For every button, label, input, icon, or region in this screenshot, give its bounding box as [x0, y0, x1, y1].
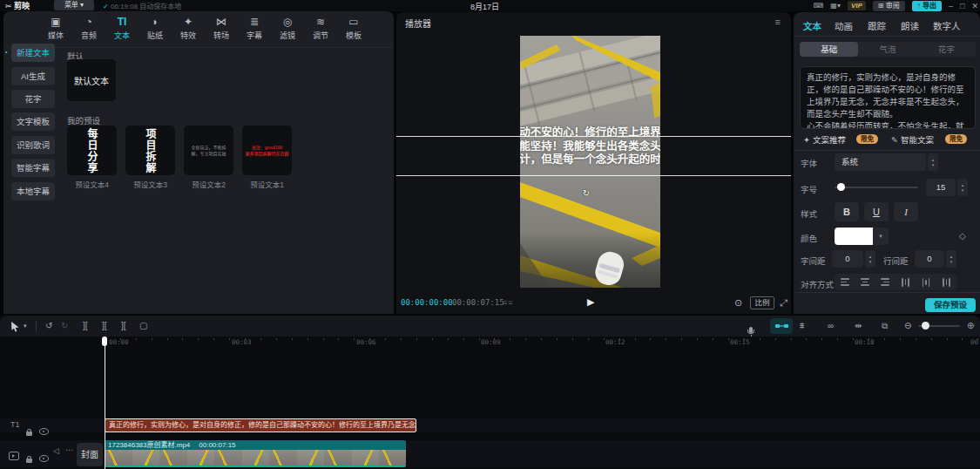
subtab-fancy[interactable]: 花字 — [917, 42, 976, 57]
default-text-card[interactable]: 默认文本 — [67, 59, 116, 101]
inspector-tab-text[interactable]: 文本 — [803, 19, 821, 32]
tab-captions[interactable]: ≣字幕 — [238, 11, 271, 47]
text-track-lock-icon[interactable] — [26, 424, 32, 439]
sidebar-item-ai-generate[interactable]: AI生成 — [11, 67, 55, 85]
split-left-icon[interactable]: ][ — [102, 320, 107, 332]
align-center-icon[interactable] — [855, 274, 875, 290]
undo-icon[interactable]: ↺ — [45, 320, 52, 332]
minimize-button[interactable]: – — [949, 2, 953, 10]
font-size-slider-handle[interactable] — [837, 183, 845, 191]
link-toggle-icon[interactable]: ∞ — [828, 320, 834, 332]
preset-card-1[interactable]: 关注：good100更多项目拆解尽在社群 — [242, 126, 292, 175]
preset-card-4[interactable]: 每日分享 — [67, 126, 117, 175]
vip-badge[interactable]: VIP — [848, 1, 866, 10]
aspect-ratio-button[interactable]: 比例 — [750, 296, 774, 309]
eyedropper-diamond-icon[interactable]: ◇ — [959, 231, 966, 241]
split-right-icon[interactable]: ][ — [121, 320, 126, 332]
video-clip[interactable]: 1723846383原创素材.mp4 00:00:07:15 — [105, 440, 406, 467]
preview-axis-icon[interactable]: ⇹ — [855, 320, 862, 332]
delete-icon[interactable]: ▢ — [139, 320, 147, 332]
select-tool-chevron-icon[interactable]: ▾ — [24, 320, 27, 332]
fullscreen-icon[interactable]: ⤢ — [780, 297, 787, 309]
export-button[interactable]: ↑ 导出 — [912, 1, 942, 11]
italic-button[interactable]: I — [894, 202, 918, 221]
letter-spacing-stepper[interactable]: ▴▾ — [865, 250, 875, 268]
preset-card-3[interactable]: 项目拆解 — [125, 126, 175, 175]
video-track-mute-icon[interactable]: ◁ — [53, 446, 59, 455]
font-size-stepper[interactable]: ▴▾ — [957, 179, 968, 196]
align-left-icon[interactable] — [835, 274, 855, 290]
letter-spacing-value[interactable]: 0 — [832, 250, 863, 268]
tab-transitions[interactable]: ⋈转场 — [205, 11, 238, 47]
align-vertical-bottom-icon[interactable] — [936, 274, 956, 290]
tab-text[interactable]: TI文本 — [105, 11, 139, 47]
video-track-lock-icon[interactable] — [26, 451, 32, 466]
bold-button[interactable]: B — [835, 202, 859, 221]
font-stepper[interactable]: ▴▾ — [928, 153, 938, 171]
tab-audio[interactable]: ◔音频 — [72, 11, 105, 47]
video-track-more-icon[interactable]: ⋯ — [65, 445, 73, 454]
tab-effects[interactable]: ✦特效 — [172, 11, 205, 47]
copy-recommend-button[interactable]: ✦文案推荐 — [803, 133, 846, 146]
inspector-tab-digital-human[interactable]: 数字人 — [933, 19, 961, 32]
tab-adjust[interactable]: ≋调节 — [304, 11, 337, 47]
zoom-out-icon[interactable]: ⊖ — [904, 320, 911, 332]
inspector-tab-tracking[interactable]: 跟踪 — [868, 19, 886, 32]
text-clip[interactable]: 真正的修行，实则为修心，是对自身的修正，修的是自己那躁动不安的心！修行的至上境界… — [105, 418, 416, 432]
subtab-bubble[interactable]: 气泡 — [858, 42, 916, 57]
tab-media[interactable]: ▣媒体 — [39, 11, 72, 47]
review-button[interactable]: ⊞ 审阅 — [873, 1, 905, 11]
frame-focus-icon[interactable]: ⊙ — [734, 297, 742, 309]
screen-preview-icon[interactable]: ⧉ — [882, 320, 888, 332]
playhead-handle[interactable] — [102, 336, 107, 346]
sidebar-item-new-text[interactable]: 新建文本 — [11, 44, 55, 62]
menu-button[interactable]: 菜单 ▾ — [54, 0, 94, 10]
playhead-line[interactable] — [105, 336, 105, 469]
player-menu-icon[interactable]: ≡ — [775, 17, 781, 27]
record-audio-icon[interactable] — [749, 321, 753, 336]
caption-list-icon[interactable]: ≡≡ — [503, 298, 514, 307]
subtab-basic[interactable]: 基础 — [800, 42, 858, 57]
align-vertical-top-icon[interactable] — [896, 274, 916, 290]
line-spacing-stepper[interactable]: ▴▾ — [946, 250, 956, 268]
save-preset-button[interactable]: 保存预设 — [925, 298, 976, 312]
color-dropdown[interactable]: ▾ — [873, 228, 889, 245]
maximize-button[interactable]: □ — [960, 2, 964, 10]
timeline-zoom-handle[interactable] — [922, 322, 929, 330]
rotate-handle-icon[interactable]: ↻ — [580, 187, 592, 200]
inspector-tab-read-aloud[interactable]: 朗读 — [901, 19, 919, 32]
play-button[interactable]: ▶ — [587, 296, 594, 308]
video-track-visibility-icon[interactable] — [39, 450, 49, 466]
shortcut-keyboard-icon[interactable]: ⌨ — [814, 2, 824, 10]
tab-templates[interactable]: ▭模板 — [337, 11, 370, 47]
adsorb-toggle-icon[interactable]: ⩨ — [800, 320, 805, 332]
preset-card-2[interactable]: 全新玩法，不断拆解，专注项目实操 — [184, 126, 233, 175]
split-icon[interactable]: ][ — [83, 320, 88, 332]
text-content-input[interactable]: 真正的修行，实则为修心，是对自身的修正，修的是自己那躁动不安的心！修行的至上境界… — [800, 66, 976, 129]
color-swatch[interactable] — [835, 228, 873, 245]
line-spacing-value[interactable]: 0 — [915, 250, 944, 268]
video-preview[interactable]: 动不安的心！修行的至上境界 能坚持！我能够生出各类念头 计，但是每一个念头升起的… — [520, 36, 660, 288]
select-tool-icon[interactable] — [10, 320, 20, 336]
sidebar-item-lyrics-recognition[interactable]: 识别歌词 — [11, 136, 55, 154]
tab-filters[interactable]: ◎滤镜 — [271, 11, 304, 47]
underline-button[interactable]: U — [864, 202, 889, 221]
redo-icon[interactable]: ↻ — [61, 320, 68, 332]
text-track-visibility-icon[interactable] — [39, 423, 49, 438]
sidebar-item-auto-captions[interactable]: 智能字幕 — [11, 159, 55, 177]
close-button[interactable]: ✕ — [971, 2, 978, 10]
font-size-value[interactable]: 15 — [926, 179, 956, 196]
sidebar-item-fancy-text[interactable]: 花字 — [11, 90, 55, 108]
sidebar-item-text-templates[interactable]: 文字模板 — [11, 112, 55, 131]
font-size-slider-track[interactable] — [835, 187, 918, 188]
tab-sticker[interactable]: ◗贴纸 — [139, 11, 172, 47]
video-text-overlay[interactable]: 动不安的心！修行的至上境界 能坚持！我能够生出各类念头 计，但是每一个念头升起的… — [520, 126, 660, 167]
cover-button[interactable]: 封面 — [77, 443, 103, 466]
inspector-tab-animation[interactable]: 动画 — [835, 19, 853, 32]
font-select[interactable]: 系统 — [835, 153, 926, 171]
main-track-magnet-toggle[interactable] — [770, 318, 793, 334]
zoom-in-icon[interactable]: ⊕ — [967, 320, 974, 332]
align-vertical-middle-icon[interactable] — [916, 274, 936, 290]
sidebar-item-local-captions[interactable]: 本地字幕 — [11, 182, 55, 201]
layout-switch-icon[interactable]: ▦▾ — [830, 2, 841, 10]
